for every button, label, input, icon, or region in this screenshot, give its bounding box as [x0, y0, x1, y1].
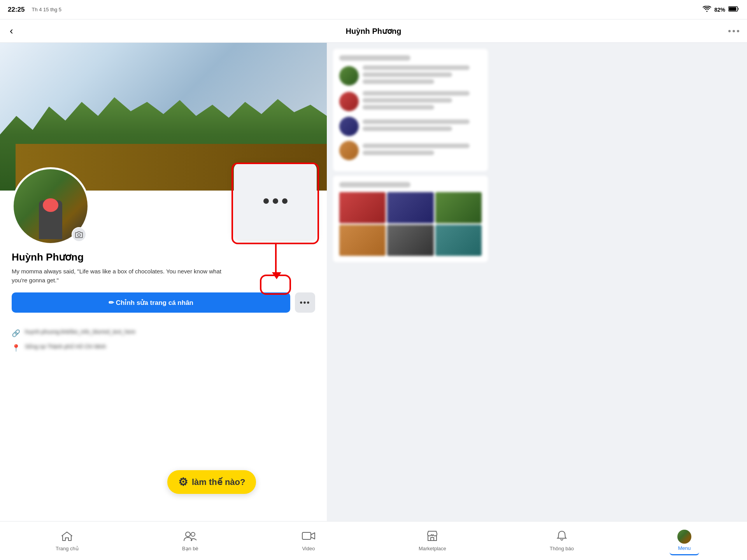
- photo-thumb-1: [339, 192, 386, 223]
- text-line: [363, 79, 434, 84]
- info-item-link: 🔗 huynh.phuong.link/bio_info_blurred_tex…: [12, 328, 315, 338]
- nav-item-friends[interactable]: Bạn bè: [174, 527, 206, 555]
- avatar-container: [12, 167, 89, 245]
- nav-item-home[interactable]: Trang chủ: [48, 527, 86, 555]
- sidebar-friend-1: [339, 65, 482, 86]
- sidebar-friend-3: [339, 117, 482, 136]
- sidebar-friend-2: [339, 91, 482, 112]
- video-icon: [302, 530, 315, 544]
- profile-name: Huỳnh Phương: [12, 251, 315, 263]
- text-line: [363, 65, 470, 70]
- photo-thumb-4: [339, 225, 386, 256]
- popup-dots-display: [263, 198, 288, 204]
- photo-thumb-3: [435, 192, 482, 223]
- sidebar-blurred-content: [327, 43, 494, 273]
- sidebar-avatar-4: [339, 141, 359, 160]
- popup-dot-1: [263, 198, 269, 204]
- photo-thumb-5: [387, 225, 433, 256]
- popup-dot-2: [273, 198, 278, 204]
- friends-icon: [184, 530, 197, 544]
- more-dots: •••: [300, 298, 310, 307]
- sidebar-text-2: [363, 91, 482, 112]
- popup-dot-3: [282, 198, 288, 204]
- text-line: [363, 72, 452, 77]
- text-line: [363, 98, 452, 103]
- text-line: [363, 91, 470, 96]
- sidebar-text-1: [363, 65, 482, 86]
- text-line: [363, 119, 470, 124]
- avatar-helmet-figure: [43, 198, 58, 212]
- nav-item-marketplace[interactable]: Marketplace: [411, 527, 454, 555]
- sidebar-section-photos: [333, 176, 488, 262]
- text-line: [363, 144, 470, 148]
- change-avatar-button[interactable]: [72, 227, 86, 242]
- marketplace-icon: [426, 530, 438, 544]
- text-line: [363, 150, 434, 155]
- arrow-line: [275, 244, 277, 275]
- svg-point-4: [191, 532, 195, 536]
- info-location-text: Sống tại Thành phố Hồ Chí Minh: [25, 343, 106, 351]
- sidebar-avatar-3: [339, 117, 359, 136]
- main-content: Huỳnh Phương My momma always said, "Life…: [0, 43, 327, 521]
- back-button[interactable]: ‹: [8, 23, 15, 39]
- sidebar-avatar-1: [339, 66, 359, 86]
- action-buttons: ✏ Chỉnh sửa trang cá nhân •••: [12, 292, 315, 313]
- link-icon: 🔗: [12, 329, 20, 338]
- svg-point-3: [186, 532, 190, 537]
- arrow-head: [272, 272, 281, 279]
- photo-thumb-6: [435, 225, 482, 256]
- right-sidebar: [327, 43, 494, 521]
- tooltip-icon: ⚙: [178, 476, 188, 488]
- sidebar-section-friends: [333, 49, 488, 171]
- location-icon: 📍: [12, 344, 20, 352]
- photo-thumb-2: [387, 192, 433, 223]
- nav-label-home: Trang chủ: [56, 546, 79, 551]
- status-time: 22:25: [8, 6, 25, 14]
- nav-label-video: Video: [302, 546, 315, 551]
- status-date: Th 4 15 thg 5: [32, 7, 61, 12]
- sidebar-friend-4: [339, 141, 482, 160]
- photos-grid: [339, 192, 482, 256]
- tooltip-text: làm thế nào?: [192, 477, 245, 487]
- status-bar: 22:25 Th 4 15 thg 5 82%: [0, 0, 494, 19]
- bottom-nav: Trang chủ Bạn bè Video Marketplace Thông…: [0, 521, 494, 560]
- sidebar-photos-label: [339, 182, 410, 187]
- sidebar-text-3: [363, 119, 482, 133]
- profile-bio: My momma always said, "Life was like a b…: [12, 267, 226, 285]
- more-options-popup[interactable]: [234, 163, 317, 240]
- more-options-button[interactable]: •••: [295, 292, 315, 313]
- home-icon: [61, 530, 73, 544]
- info-items: 🔗 huynh.phuong.link/bio_info_blurred_tex…: [0, 328, 327, 352]
- nav-label-marketplace: Marketplace: [419, 546, 446, 551]
- svg-rect-5: [302, 532, 311, 539]
- sidebar-text-4: [363, 144, 482, 158]
- svg-point-2: [78, 234, 81, 236]
- text-line: [363, 105, 434, 110]
- nav-label-friends: Bạn bè: [182, 546, 198, 551]
- page-title: Huỳnh Phương: [346, 26, 402, 36]
- svg-rect-6: [431, 537, 434, 541]
- tooltip-lamthenao: ⚙ làm thế nào?: [167, 470, 256, 494]
- sidebar-friends-label: [339, 55, 410, 61]
- edit-profile-button[interactable]: ✏ Chỉnh sửa trang cá nhân: [12, 292, 290, 313]
- text-line: [363, 126, 452, 131]
- top-nav: ‹ Huỳnh Phương: [0, 19, 494, 43]
- nav-item-video[interactable]: Video: [294, 527, 323, 555]
- info-link-text: huynh.phuong.link/bio_info_blurred_text_…: [25, 328, 135, 336]
- info-item-location: 📍 Sống tại Thành phố Hồ Chí Minh: [12, 343, 315, 352]
- sidebar-avatar-2: [339, 92, 359, 111]
